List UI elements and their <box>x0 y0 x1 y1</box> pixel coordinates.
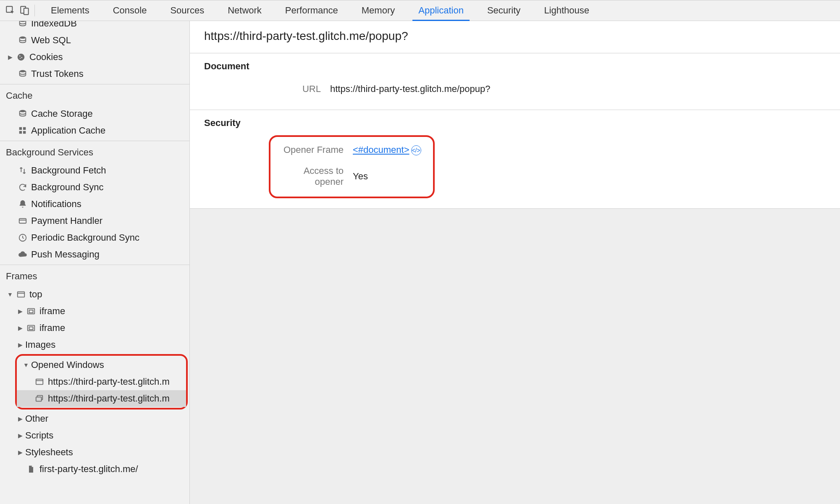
opener-frame-link[interactable]: <#document> <box>353 144 410 155</box>
svg-rect-23 <box>29 327 33 329</box>
label: Cookies <box>29 52 63 63</box>
frame-scripts[interactable]: ▶ Scripts <box>0 427 189 444</box>
svg-rect-24 <box>36 379 43 385</box>
collapse-icon[interactable]: ▼ <box>7 291 13 298</box>
frame-opened-windows[interactable]: ▼ Opened Windows <box>17 357 186 373</box>
label: Push Messaging <box>31 249 100 260</box>
tab-label: Application <box>418 5 464 16</box>
sidebar-item-trust-tokens[interactable]: Trust Tokens <box>0 66 189 82</box>
separator <box>34 5 35 16</box>
expand-icon[interactable]: ▶ <box>17 325 24 331</box>
tabs: Elements Console Sources Network Perform… <box>39 0 601 21</box>
opened-window-item[interactable]: https://third-party-test.glitch.m <box>17 373 186 390</box>
reveal-in-elements-icon[interactable]: </> <box>411 145 421 155</box>
svg-rect-14 <box>23 131 26 134</box>
sidebar-item-payment-handler[interactable]: Payment Handler <box>0 213 189 229</box>
divider <box>0 84 189 84</box>
document-icon <box>25 465 37 474</box>
window-icon <box>34 377 45 386</box>
expand-icon[interactable]: ▶ <box>17 415 24 422</box>
label: top <box>29 289 42 300</box>
tab-elements[interactable]: Elements <box>39 0 101 21</box>
tab-label: Sources <box>170 5 204 16</box>
label: Web SQL <box>31 35 71 46</box>
svg-rect-21 <box>29 310 33 312</box>
sidebar-item-periodic-background-sync[interactable]: Periodic Background Sync <box>0 229 189 246</box>
database-icon <box>17 36 29 45</box>
frame-iframe[interactable]: ▶ iframe <box>0 320 189 336</box>
tab-label: Lighthouse <box>544 5 589 16</box>
sidebar-item-cache-storage[interactable]: Cache Storage <box>0 105 189 122</box>
sidebar-item-background-fetch[interactable]: Background Fetch <box>0 162 189 179</box>
sidebar-item-indexeddb[interactable]: IndexedDB <box>0 21 189 32</box>
database-icon <box>17 109 29 118</box>
tab-sources[interactable]: Sources <box>158 0 216 21</box>
opened-window-item-selected[interactable]: https://third-party-test.glitch.m <box>17 390 186 407</box>
section-document: Document URL https://third-party-test.gl… <box>190 53 840 110</box>
detail-panel: https://third-party-test.glitch.me/popup… <box>190 21 840 504</box>
tab-performance[interactable]: Performance <box>273 0 350 21</box>
inspect-element-icon[interactable] <box>3 3 18 18</box>
sidebar-item-websql[interactable]: Web SQL <box>0 32 189 49</box>
svg-rect-13 <box>19 131 22 134</box>
sidebar-item-background-sync[interactable]: Background Sync <box>0 179 189 196</box>
cookie-icon <box>15 52 27 62</box>
security-highlight: Opener Frame <#document></> Access to op… <box>269 135 435 198</box>
collapse-icon[interactable]: ▼ <box>23 362 29 368</box>
svg-rect-27 <box>36 397 42 401</box>
label: Background Sync <box>31 182 103 193</box>
value-url: https://third-party-test.glitch.me/popup… <box>330 84 491 94</box>
tab-application[interactable]: Application <box>407 0 475 21</box>
value-access-to-opener: Yes <box>353 171 368 182</box>
svg-point-3 <box>20 21 26 22</box>
database-icon <box>17 21 29 28</box>
label: Stylesheets <box>25 447 73 458</box>
label: Payment Handler <box>31 215 102 226</box>
frame-other[interactable]: ▶ Other <box>0 410 189 427</box>
expand-icon[interactable]: ▶ <box>7 54 13 60</box>
sidebar-item-cookies[interactable]: ▶ Cookies <box>0 49 189 66</box>
expand-icon[interactable]: ▶ <box>17 449 24 456</box>
tab-label: Security <box>487 5 520 16</box>
frame-stylesheets[interactable]: ▶ Stylesheets <box>0 444 189 461</box>
divider <box>0 265 189 265</box>
cloud-icon <box>17 250 29 259</box>
frame-top[interactable]: ▼ top <box>0 286 189 303</box>
row-opener-frame: Opener Frame <#document></> <box>273 139 421 160</box>
label: Trust Tokens <box>31 68 84 79</box>
tab-label: Console <box>113 5 147 16</box>
sidebar-item-notifications[interactable]: Notifications <box>0 196 189 213</box>
opened-windows-highlight: ▼ Opened Windows https://third-party-tes… <box>15 354 188 410</box>
divider <box>0 141 189 141</box>
section-heading: Security <box>204 118 826 129</box>
svg-point-9 <box>20 70 26 73</box>
label: iframe <box>39 323 65 333</box>
tab-label: Memory <box>362 5 395 16</box>
expand-icon[interactable]: ▶ <box>17 341 24 348</box>
svg-point-5 <box>18 54 25 61</box>
expand-icon[interactable]: ▶ <box>17 308 24 315</box>
tab-label: Network <box>228 5 262 16</box>
sidebar-item-application-cache[interactable]: Application Cache <box>0 122 189 139</box>
sidebar-item-push-messaging[interactable]: Push Messaging <box>0 246 189 263</box>
tab-security[interactable]: Security <box>475 0 532 21</box>
label-url: URL <box>204 84 330 94</box>
device-toolbar-icon[interactable] <box>18 3 32 18</box>
application-sidebar: IndexedDB Web SQL ▶ Cookies Trust Tokens… <box>0 21 190 504</box>
tab-lighthouse[interactable]: Lighthouse <box>532 0 601 21</box>
frame-iframe[interactable]: ▶ iframe <box>0 303 189 320</box>
label: Other <box>25 413 48 424</box>
svg-point-7 <box>21 57 23 58</box>
frame-images[interactable]: ▶ Images <box>0 336 189 353</box>
label: Opened Windows <box>31 360 104 370</box>
svg-rect-12 <box>23 127 26 130</box>
tab-console[interactable]: Console <box>101 0 159 21</box>
svg-rect-15 <box>19 219 26 223</box>
frame-leaf-document[interactable]: first-party-test.glitch.me/ <box>0 461 189 478</box>
expand-icon[interactable]: ▶ <box>17 432 24 439</box>
tab-network[interactable]: Network <box>216 0 273 21</box>
sync-icon <box>17 183 29 192</box>
label: Periodic Background Sync <box>31 232 139 243</box>
tab-memory[interactable]: Memory <box>350 0 407 21</box>
window-icon <box>15 290 27 299</box>
